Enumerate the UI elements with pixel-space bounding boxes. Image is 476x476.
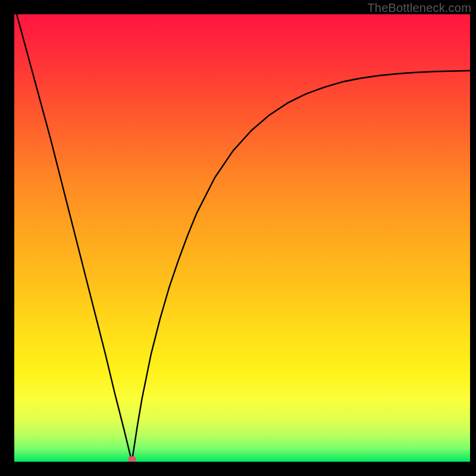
watermark-text: TheBottleneck.com [367,1,471,15]
chart-frame: TheBottleneck.com [0,0,476,476]
bottleneck-curve [14,14,470,462]
minimum-marker [128,456,136,462]
curve-svg [14,14,470,462]
plot-area [14,14,470,462]
